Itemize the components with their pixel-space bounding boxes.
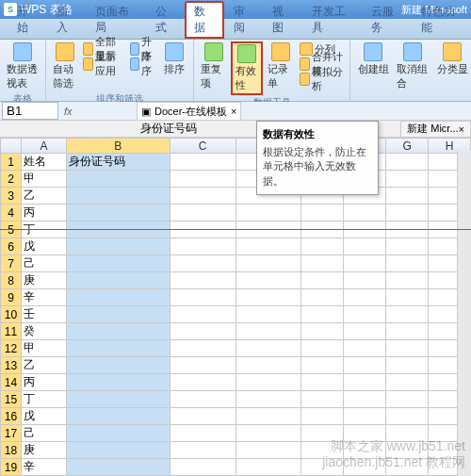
cell[interactable] bbox=[236, 374, 301, 391]
cell[interactable] bbox=[236, 408, 301, 425]
cell[interactable] bbox=[66, 188, 170, 205]
cell[interactable] bbox=[301, 306, 344, 323]
cell[interactable] bbox=[344, 289, 386, 306]
cell[interactable] bbox=[386, 391, 429, 408]
ungroup-button[interactable]: 取消组合 bbox=[394, 41, 431, 98]
col-header[interactable]: G bbox=[386, 139, 429, 154]
cell[interactable] bbox=[386, 188, 429, 205]
row-header[interactable]: 13 bbox=[1, 357, 22, 374]
cell[interactable]: 甲 bbox=[21, 340, 66, 357]
cell[interactable] bbox=[170, 374, 236, 391]
cell[interactable] bbox=[236, 357, 301, 374]
group-button[interactable]: 创建组 bbox=[354, 41, 392, 98]
cell[interactable]: 身份证号码 bbox=[66, 154, 170, 171]
cell[interactable] bbox=[344, 357, 386, 374]
cell[interactable] bbox=[170, 357, 236, 374]
cell[interactable] bbox=[170, 238, 236, 255]
cell[interactable] bbox=[170, 272, 236, 289]
record-button[interactable]: 记录单 bbox=[265, 41, 296, 95]
row-header[interactable]: 10 bbox=[1, 306, 22, 323]
cell[interactable] bbox=[386, 459, 429, 476]
autofilter-button[interactable]: 自动筛选 bbox=[50, 41, 79, 91]
row-header[interactable]: 8 bbox=[1, 272, 22, 289]
cell[interactable] bbox=[66, 340, 170, 357]
row-header[interactable]: 11 bbox=[1, 323, 22, 340]
cell[interactable] bbox=[170, 459, 236, 476]
tab-layout[interactable]: 页面布局 bbox=[86, 1, 145, 39]
cell[interactable] bbox=[344, 391, 386, 408]
cell[interactable] bbox=[344, 340, 386, 357]
sort-button[interactable]: 排序 bbox=[160, 41, 189, 91]
cell[interactable] bbox=[170, 205, 236, 222]
pivot-button[interactable]: 数据透视表 bbox=[4, 41, 41, 91]
docer-tab[interactable]: ▣Docer-在线模板× bbox=[137, 102, 241, 121]
cell[interactable]: 辛 bbox=[21, 459, 66, 476]
cell[interactable]: 己 bbox=[21, 425, 66, 442]
cell[interactable] bbox=[344, 425, 386, 442]
cell[interactable] bbox=[236, 289, 301, 306]
cell[interactable]: 壬 bbox=[21, 306, 66, 323]
cell[interactable] bbox=[301, 442, 344, 459]
row-header[interactable]: 9 bbox=[1, 289, 22, 306]
cell[interactable]: 乙 bbox=[21, 188, 66, 205]
cell[interactable] bbox=[66, 459, 170, 476]
cell[interactable] bbox=[170, 306, 236, 323]
cell[interactable]: 姓名 bbox=[21, 154, 66, 171]
cell[interactable] bbox=[301, 408, 344, 425]
cell[interactable]: 甲 bbox=[21, 171, 66, 188]
col-header[interactable]: C bbox=[170, 139, 236, 154]
cell[interactable] bbox=[386, 323, 429, 340]
col-header[interactable]: B bbox=[66, 139, 170, 154]
cell[interactable] bbox=[170, 154, 236, 171]
cell[interactable] bbox=[386, 357, 429, 374]
whatif-button[interactable]: 模拟分析 bbox=[298, 72, 346, 87]
cell[interactable] bbox=[344, 374, 386, 391]
cell[interactable] bbox=[236, 425, 301, 442]
cell[interactable]: 庚 bbox=[21, 442, 66, 459]
cell[interactable] bbox=[344, 323, 386, 340]
vertical-scrollbar[interactable] bbox=[457, 151, 471, 476]
cell[interactable] bbox=[66, 357, 170, 374]
cell[interactable] bbox=[66, 391, 170, 408]
cell[interactable] bbox=[301, 238, 344, 255]
corner[interactable] bbox=[1, 139, 22, 154]
cell[interactable] bbox=[344, 408, 386, 425]
cell[interactable] bbox=[386, 408, 429, 425]
cell[interactable] bbox=[236, 306, 301, 323]
close-icon[interactable]: × bbox=[459, 123, 464, 135]
row-header[interactable]: 19 bbox=[1, 459, 22, 476]
cell[interactable] bbox=[170, 171, 236, 188]
cell[interactable] bbox=[344, 442, 386, 459]
col-header[interactable]: A bbox=[21, 139, 66, 154]
cell[interactable] bbox=[301, 255, 344, 272]
cell[interactable] bbox=[386, 289, 429, 306]
cell[interactable] bbox=[386, 154, 429, 171]
row-header[interactable]: 17 bbox=[1, 425, 22, 442]
cell[interactable] bbox=[170, 340, 236, 357]
cell[interactable] bbox=[301, 374, 344, 391]
row-header[interactable]: 7 bbox=[1, 255, 22, 272]
cell[interactable] bbox=[386, 255, 429, 272]
cell[interactable] bbox=[386, 442, 429, 459]
cell[interactable]: 丙 bbox=[21, 205, 66, 222]
cell[interactable] bbox=[170, 289, 236, 306]
cell[interactable] bbox=[236, 205, 301, 222]
cell[interactable] bbox=[386, 374, 429, 391]
cell[interactable] bbox=[344, 459, 386, 476]
cell[interactable] bbox=[170, 408, 236, 425]
tab-review[interactable]: 审阅 bbox=[224, 1, 264, 39]
cell[interactable] bbox=[66, 255, 170, 272]
cell[interactable] bbox=[301, 272, 344, 289]
cell[interactable]: 辛 bbox=[21, 289, 66, 306]
cell[interactable] bbox=[170, 391, 236, 408]
cell[interactable] bbox=[66, 425, 170, 442]
row-header[interactable]: 14 bbox=[1, 374, 22, 391]
cell[interactable] bbox=[344, 272, 386, 289]
cell[interactable] bbox=[170, 442, 236, 459]
cell[interactable]: 戊 bbox=[21, 238, 66, 255]
cell[interactable] bbox=[170, 425, 236, 442]
tab-feature[interactable]: 特色功能 bbox=[412, 1, 471, 39]
cell[interactable]: 丙 bbox=[21, 374, 66, 391]
cell[interactable]: 庚 bbox=[21, 272, 66, 289]
cell[interactable]: 戊 bbox=[21, 408, 66, 425]
